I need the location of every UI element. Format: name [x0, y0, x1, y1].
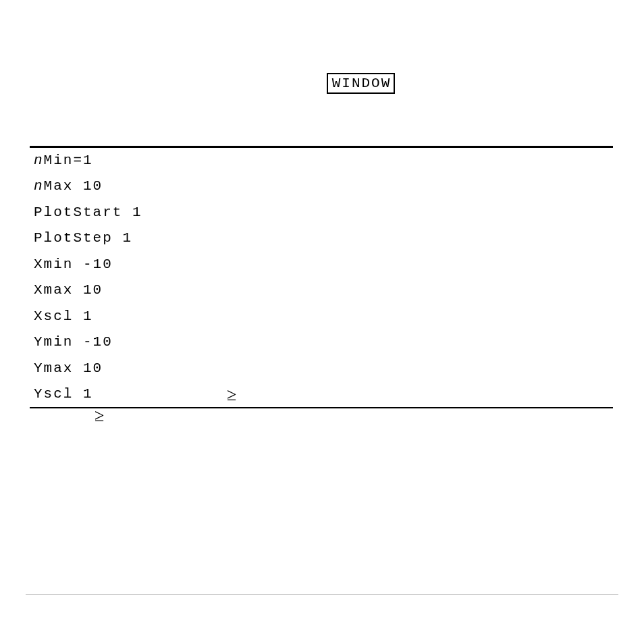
table-row: PlotStep 1 [30, 225, 613, 251]
row-italic-prefix: n [34, 153, 44, 168]
row-text: Yscl 1 [34, 386, 93, 402]
row-text: Xmax 10 [34, 282, 103, 298]
footer-rule [26, 594, 618, 595]
window-key-label: WINDOW [327, 73, 396, 94]
row-text: Xmin -10 [34, 257, 113, 272]
table-row: Xscl 1 [30, 304, 613, 329]
table-row: Ymin -10 [30, 329, 613, 355]
row-text: PlotStart 1 [34, 205, 142, 220]
table-row: nMin=1 [30, 148, 613, 173]
table-row: Xmin -10 [30, 252, 613, 277]
geq-symbol: ≥ [95, 406, 104, 426]
row-text: Ymin -10 [34, 334, 113, 350]
row-text: Max 10 [44, 178, 103, 194]
row-italic-prefix: n [34, 178, 44, 194]
table-row: Ymax 10 [30, 356, 613, 381]
window-settings-table: nMin=1 nMax 10 PlotStart 1 PlotStep 1 Xm… [30, 146, 613, 408]
table-row: Xmax 10 [30, 277, 613, 303]
table-row: nMax 10 [30, 173, 613, 199]
geq-symbol: ≥ [227, 385, 236, 405]
row-text: Ymax 10 [34, 360, 103, 376]
row-text: PlotStep 1 [34, 230, 132, 246]
table-row: Yscl 1 [30, 381, 613, 407]
row-text: Min=1 [44, 153, 93, 168]
row-text: Xscl 1 [34, 308, 93, 324]
table-row: PlotStart 1 [30, 200, 613, 225]
